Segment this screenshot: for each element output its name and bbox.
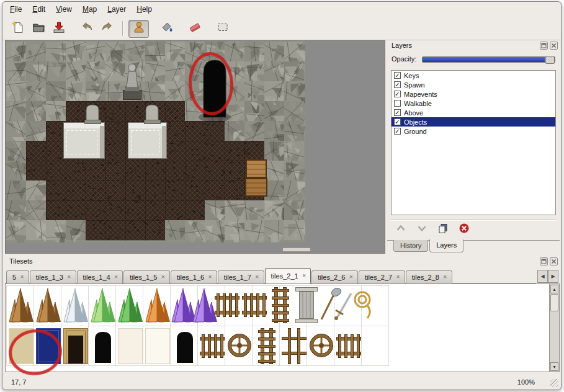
- layer-visibility-checkbox[interactable]: ✓: [394, 72, 401, 79]
- menu-bar: FileEditViewMapLayerHelp: [2, 2, 561, 17]
- map-canvas[interactable]: [6, 42, 305, 243]
- tab-close-icon[interactable]: ✕: [255, 275, 259, 280]
- undo-button[interactable]: [76, 20, 97, 38]
- layers-panel-titlebar: Layers: [387, 40, 560, 51]
- divider: [390, 220, 557, 221]
- layer-name: Keys: [404, 72, 419, 79]
- tileset-tab-tiles_1_4[interactable]: tiles_1_4✕: [77, 270, 123, 283]
- map-viewport: [5, 40, 385, 254]
- tab-label: tiles_2_6: [318, 274, 345, 281]
- layer-name: Ground: [404, 128, 427, 135]
- layer-visibility-checkbox[interactable]: [394, 100, 401, 107]
- close-panel-icon[interactable]: [550, 257, 558, 265]
- layer-name: Spawn: [404, 81, 425, 89]
- new-file-button[interactable]: [7, 20, 28, 38]
- tileset-tab-tiles_1_5[interactable]: tiles_1_5✕: [123, 270, 170, 283]
- move-layer-down-icon: [416, 223, 427, 236]
- tileset-tab-tiles_2_1[interactable]: tiles_2_1✕: [265, 268, 311, 283]
- app-window: FileEditViewMapLayerHelp: [2, 1, 562, 390]
- tileset-tab-tiles_2_6[interactable]: tiles_2_6✕: [311, 270, 358, 283]
- tab-close-icon[interactable]: ✕: [443, 275, 447, 280]
- tab-close-icon[interactable]: ✕: [67, 275, 71, 280]
- panel-tab-history[interactable]: History: [393, 240, 428, 252]
- menu-file[interactable]: File: [10, 5, 22, 14]
- tileset-view: ▲ ▼: [5, 283, 560, 372]
- layer-visibility-checkbox[interactable]: ✓: [394, 81, 401, 88]
- fill-tool-button[interactable]: [156, 20, 177, 38]
- float-panel-icon[interactable]: [540, 42, 548, 50]
- select-tool-button[interactable]: [212, 20, 233, 38]
- layer-row-spawn[interactable]: ✓Spawn: [392, 80, 555, 89]
- layers-panel: Layers Opacity: ✓Keys✓Spawn✓MapeventsWal…: [387, 40, 560, 254]
- tab-label: tiles_2_8: [412, 274, 439, 281]
- tab-label: 5: [12, 274, 16, 281]
- stamp-tool-button[interactable]: [128, 20, 149, 38]
- tabs-scroll-left-icon[interactable]: ◀: [537, 270, 548, 283]
- tab-label: tiles_1_7: [224, 274, 251, 281]
- layer-visibility-checkbox[interactable]: ✓: [394, 91, 401, 97]
- tileset-tab-bar: 5✕tiles_1_3✕tiles_1_4✕tiles_1_5✕tiles_1_…: [5, 267, 536, 283]
- scroll-down-icon[interactable]: ▼: [550, 362, 558, 371]
- tab-label: tiles_1_3: [36, 274, 63, 281]
- menu-map[interactable]: Map: [83, 5, 97, 14]
- tileset-tab-tiles_1_6[interactable]: tiles_1_6✕: [171, 270, 217, 283]
- tab-close-icon[interactable]: ✕: [396, 275, 400, 280]
- tileset-tab-tiles_2_8[interactable]: tiles_2_8✕: [406, 270, 452, 283]
- close-panel-icon[interactable]: [550, 42, 558, 50]
- undo-icon: [80, 20, 94, 37]
- layer-row-walkable[interactable]: Walkable: [392, 99, 555, 108]
- tab-close-icon[interactable]: ✕: [20, 275, 24, 280]
- open-button[interactable]: [28, 20, 48, 38]
- tileset-tab-5[interactable]: 5✕: [6, 270, 29, 283]
- tab-close-icon[interactable]: ✕: [349, 275, 353, 280]
- tilesets-panel-titlebar: Tilesets: [5, 256, 560, 267]
- layer-visibility-checkbox[interactable]: ✓: [394, 128, 401, 135]
- stamp-person-icon: [132, 20, 146, 37]
- layer-actions: [393, 223, 472, 236]
- tileset-tab-tiles_2_7[interactable]: tiles_2_7✕: [359, 270, 405, 283]
- scroll-up-icon[interactable]: ▲: [550, 285, 558, 293]
- tab-close-icon[interactable]: ✕: [302, 274, 307, 278]
- redo-button[interactable]: [97, 20, 117, 38]
- eraser-tool-button[interactable]: [184, 20, 205, 38]
- tab-close-icon[interactable]: ✕: [208, 275, 212, 280]
- menu-layer[interactable]: Layer: [107, 5, 126, 14]
- resize-grip[interactable]: [550, 379, 558, 387]
- opacity-label: Opacity:: [392, 55, 416, 63]
- delete-layer-button[interactable]: [457, 223, 472, 236]
- move-layer-up-button[interactable]: [393, 223, 408, 236]
- menu-view[interactable]: View: [56, 5, 72, 14]
- map-horizontal-scrollbar-thumb[interactable]: [282, 247, 311, 252]
- opacity-slider[interactable]: [422, 56, 555, 63]
- zoom-level: 100%: [517, 378, 535, 386]
- layer-visibility-checkbox[interactable]: ✓: [394, 118, 401, 125]
- layer-row-ground[interactable]: ✓Ground: [392, 127, 555, 136]
- layer-row-objects[interactable]: ✓Objects: [392, 117, 555, 127]
- float-panel-icon[interactable]: [540, 257, 548, 265]
- layer-row-mapevents[interactable]: ✓Mapevents: [392, 89, 555, 99]
- move-layer-down-button[interactable]: [414, 223, 429, 236]
- menu-edit[interactable]: Edit: [32, 5, 45, 14]
- tab-close-icon[interactable]: ✕: [114, 275, 119, 280]
- layer-name: Mapevents: [404, 91, 437, 98]
- tabs-scroll-right-icon[interactable]: ▶: [548, 270, 558, 283]
- duplicate-layer-button[interactable]: [436, 223, 450, 236]
- layer-name: Above: [404, 109, 423, 117]
- scrollbar-thumb[interactable]: [550, 294, 558, 311]
- tab-label: tiles_1_6: [177, 274, 204, 281]
- tileset-canvas[interactable]: [6, 285, 548, 369]
- layer-row-keys[interactable]: ✓Keys: [392, 71, 555, 80]
- tab-close-icon[interactable]: ✕: [161, 275, 165, 280]
- tileset-tab-tiles_1_7[interactable]: tiles_1_7✕: [218, 270, 264, 283]
- layer-row-above[interactable]: ✓Above: [392, 108, 555, 117]
- opacity-slider-handle[interactable]: [545, 56, 555, 64]
- save-button[interactable]: [48, 20, 69, 38]
- save-icon: [52, 20, 66, 37]
- tileset-vertical-scrollbar[interactable]: ▲ ▼: [549, 284, 559, 372]
- panel-tab-layers[interactable]: Layers: [429, 239, 463, 252]
- cursor-coordinates: 17, 7: [11, 378, 26, 386]
- menu-help[interactable]: Help: [137, 5, 152, 14]
- tileset-tab-tiles_1_3[interactable]: tiles_1_3✕: [30, 270, 76, 283]
- layer-visibility-checkbox[interactable]: ✓: [394, 109, 401, 116]
- duplicate-layer-icon: [437, 223, 449, 236]
